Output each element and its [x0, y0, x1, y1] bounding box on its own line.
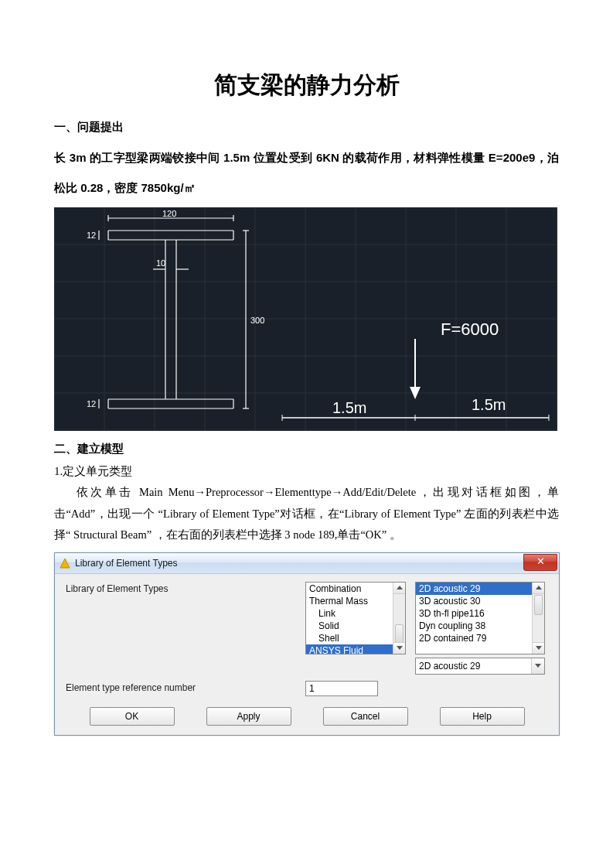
span-left-label: 1.5m	[332, 399, 366, 416]
scroll-down-button[interactable]	[393, 642, 405, 654]
scrollbar[interactable]	[393, 583, 405, 654]
dim-web: 10	[156, 258, 165, 268]
dim-top-flange: 12	[87, 231, 96, 240]
dialog-titlebar[interactable]: Library of Element Types ✕	[55, 553, 559, 574]
chevron-down-icon	[535, 664, 541, 668]
section-1-heading: 一、问题提出	[54, 120, 559, 135]
label-ref-number: Element type reference number	[66, 681, 305, 693]
scroll-up-button[interactable]	[533, 583, 544, 594]
chevron-down-icon	[536, 646, 542, 650]
cad-svg: 120 12 10 300 12 F=6000 1.5m 1.5m	[54, 207, 557, 431]
dropdown-selected-type[interactable]: 2D acoustic 29	[415, 658, 545, 675]
list-item-selected[interactable]: 2D acoustic 29	[416, 583, 544, 595]
scroll-thumb[interactable]	[395, 624, 404, 643]
chevron-down-icon	[397, 646, 403, 650]
span-right-label: 1.5m	[472, 396, 506, 413]
force-label: F=6000	[441, 320, 499, 339]
scroll-down-button[interactable]	[533, 642, 544, 654]
list-item[interactable]: Shell	[306, 632, 405, 644]
list-item[interactable]: Dyn coupling 38	[416, 620, 544, 632]
dim-bot-flange: 12	[87, 399, 96, 408]
input-value: 1	[309, 683, 315, 694]
list-item[interactable]: Link	[306, 607, 405, 620]
section-2-heading: 二、建立模型	[54, 442, 559, 456]
help-button[interactable]: Help	[440, 707, 525, 726]
dim-top-width: 120	[162, 209, 176, 218]
scroll-thumb[interactable]	[534, 595, 543, 615]
close-icon: ✕	[536, 555, 545, 567]
dropdown-value: 2D acoustic 29	[416, 661, 531, 672]
label-library: Library of Element Types	[66, 582, 305, 594]
listbox-categories[interactable]: Combination Thermal Mass Link Solid Shel…	[305, 582, 406, 654]
dialog-body: Library of Element Types Combination The…	[55, 574, 559, 735]
chevron-up-icon	[536, 586, 542, 589]
list-item[interactable]: 3D acoustic 30	[416, 595, 544, 607]
cancel-button[interactable]: Cancel	[323, 707, 408, 726]
list-item[interactable]: Solid	[306, 620, 405, 632]
scrollbar[interactable]	[532, 583, 544, 654]
list-item-selected[interactable]: ANSYS Fluid	[306, 644, 405, 654]
listbox-types[interactable]: 2D acoustic 29 3D acoustic 30 3D th-fl p…	[415, 582, 545, 654]
section-2-paragraph: 依次单击 Main Menu→Preprocessor→Elementtype→…	[54, 482, 559, 546]
list-item[interactable]: Combination	[306, 583, 405, 595]
dialog-button-row: OK Apply Cancel Help	[66, 702, 548, 726]
list-item[interactable]: 2D contained 79	[416, 632, 544, 644]
list-item[interactable]: Thermal Mass	[306, 595, 405, 607]
chevron-up-icon	[397, 586, 403, 589]
cad-figure: 120 12 10 300 12 F=6000 1.5m 1.5m	[54, 207, 557, 431]
svg-marker-44	[60, 559, 70, 568]
beam-span	[282, 415, 549, 421]
section-1-paragraph: 长 3m 的工字型梁两端铰接中间 1.5m 位置处受到 6KN 的载荷作用，材料…	[54, 142, 559, 203]
ansys-logo-icon	[60, 558, 70, 569]
scroll-up-button[interactable]	[393, 583, 405, 594]
force-arrow	[410, 339, 421, 399]
page-title: 简支梁的静力分析	[54, 70, 559, 101]
dialog-title-text: Library of Element Types	[75, 558, 178, 569]
ok-button[interactable]: OK	[90, 707, 175, 726]
apply-button[interactable]: Apply	[206, 707, 291, 726]
dialog-library-element-types: Library of Element Types ✕ Library of El…	[54, 552, 560, 736]
dim-height: 300	[250, 316, 264, 325]
close-button[interactable]: ✕	[523, 554, 557, 571]
dropdown-button[interactable]	[531, 658, 544, 674]
list-item[interactable]: 3D th-fl pipe116	[416, 607, 544, 620]
section-2-sub1: 1.定义单元类型	[54, 464, 559, 479]
input-ref-number[interactable]: 1	[305, 681, 378, 696]
